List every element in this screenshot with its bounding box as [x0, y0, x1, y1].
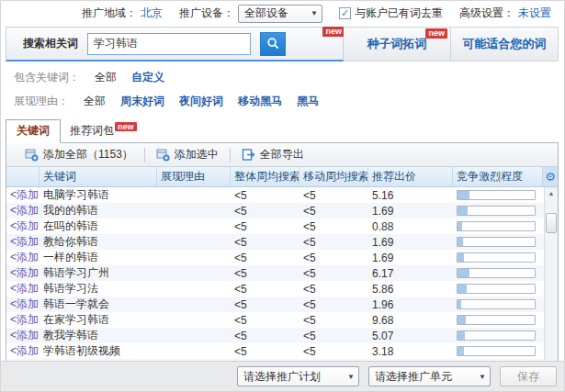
add-selected-icon: [156, 148, 170, 162]
bid-cell: 5.86: [368, 283, 453, 296]
suggest-tab-label: 可能适合您的词: [463, 36, 547, 52]
competition-bar: [457, 346, 536, 356]
keyword-cell: 学韩语初级视频: [40, 343, 157, 359]
competition-bar: [457, 315, 536, 325]
mobile-volume-cell: <5: [299, 345, 368, 358]
header-overall-volume[interactable]: 整体周均搜索量: [231, 167, 299, 186]
add-all-button[interactable]: 添加全部（1153）: [14, 143, 144, 166]
competition-bar: [457, 206, 536, 216]
bid-cell: 0.88: [368, 220, 453, 233]
footer-bar: 请选择推广计划 ▼ 请选择推广单元 ▼ 保存: [1, 361, 564, 391]
advanced-label: 高级设置：: [459, 6, 514, 21]
keyword-cell: 韩语学习法: [40, 281, 157, 297]
save-button[interactable]: 保存: [500, 366, 557, 386]
keyword-cell: 韩语一学就会: [40, 297, 157, 312]
tab-recommended-packages[interactable]: 推荐词包new: [61, 120, 140, 142]
add-keyword-link[interactable]: <添加: [10, 282, 39, 295]
export-all-button[interactable]: 全部导出: [231, 143, 315, 166]
package-tab-new-badge: new: [115, 122, 137, 131]
keyword-cell: 电脑学习韩语: [40, 187, 157, 203]
tab-keywords[interactable]: 关键词: [6, 119, 61, 143]
dedupe-label: 与账户已有词去重: [355, 6, 443, 21]
include-option-custom[interactable]: 自定义: [131, 70, 164, 85]
search-input[interactable]: [87, 33, 251, 55]
bid-cell: 6.17: [368, 267, 453, 280]
table-row: <添加 在家学习韩语 <5 <5 9.68: [6, 312, 558, 328]
add-keyword-link[interactable]: <添加: [10, 204, 39, 217]
include-option-all[interactable]: 全部: [95, 70, 117, 85]
search-icon: [266, 37, 280, 50]
add-keyword-link[interactable]: <添加: [10, 297, 39, 310]
add-all-label: 添加全部（1153）: [43, 147, 133, 162]
include-keyword-filter: 包含关键词： 全部 自定义: [14, 70, 564, 85]
unit-select[interactable]: 请选择推广单元 ▼: [368, 366, 491, 386]
table-header-row: 关键词 展现理由 整体周均搜索量 移动周均搜索量 推荐出价 竞争激烈程度 ⚙: [6, 167, 558, 187]
scrollbar-thumb[interactable]: [546, 213, 557, 233]
competition-bar: [457, 252, 536, 263]
reason-option-all[interactable]: 全部: [84, 94, 106, 109]
bid-cell: 1.69: [368, 236, 453, 249]
vertical-scrollbar[interactable]: ▲ ▼: [544, 187, 558, 379]
bid-cell: 1.69: [368, 252, 453, 264]
mobile-volume-cell: <5: [299, 298, 368, 311]
competition-bar: [457, 221, 536, 231]
plan-select[interactable]: 请选择推广计划 ▼: [237, 366, 359, 386]
device-select-value: 全部设备: [244, 6, 288, 21]
reason-option-weekend[interactable]: 周末好词: [120, 94, 164, 109]
add-keyword-link[interactable]: <添加: [10, 251, 39, 263]
chevron-down-icon: ▼: [311, 9, 318, 17]
advanced-value-link[interactable]: 未设置: [518, 6, 551, 21]
keyword-table: 关键词 展现理由 整体周均搜索量 移动周均搜索量 推荐出价 竞争激烈程度 ⚙ <…: [6, 167, 558, 379]
reason-option-darkhorse[interactable]: 黑马: [297, 94, 319, 109]
table-row: <添加 韩语学习广州 <5 <5 6.17: [6, 265, 558, 281]
competition-cell: [453, 206, 543, 216]
top-settings-bar: 推广地域： 北京 推广设备： 全部设备 ▼ ✓ 与账户已有词去重 高级设置： 未…: [1, 1, 564, 26]
tab-suggested-words[interactable]: 可能适合您的词: [451, 27, 559, 62]
header-suggested-bid[interactable]: 推荐出价: [368, 167, 453, 186]
competition-cell: [453, 237, 543, 247]
competition-cell: [453, 221, 543, 231]
add-keyword-link[interactable]: <添加: [10, 344, 39, 357]
region-value-link[interactable]: 北京: [141, 6, 163, 21]
search-related-tab: 搜索相关词 new: [6, 27, 344, 62]
overall-volume-cell: <5: [231, 220, 299, 233]
mobile-volume-cell: <5: [299, 205, 368, 218]
results-panel: 添加全部（1153） 添加选中 全部: [6, 142, 559, 380]
header-keyword[interactable]: 关键词: [40, 167, 157, 186]
package-tab-label: 推荐词包: [70, 124, 114, 137]
dedupe-checkbox[interactable]: ✓: [339, 7, 351, 19]
add-keyword-link[interactable]: <添加: [10, 235, 39, 248]
add-keyword-link[interactable]: <添加: [10, 266, 39, 279]
add-keyword-link[interactable]: <添加: [10, 329, 39, 342]
bid-cell: 1.96: [368, 298, 453, 311]
chevron-down-icon: ▼: [347, 373, 355, 381]
advanced-setting: 高级设置： 未设置: [459, 6, 551, 21]
add-keyword-link[interactable]: <添加: [10, 219, 39, 232]
mobile-volume-cell: <5: [299, 283, 368, 296]
search-new-badge: new: [322, 27, 345, 37]
overall-volume-cell: <5: [231, 345, 299, 358]
competition-bar: [457, 284, 536, 294]
table-row: <添加 电脑学习韩语 <5 <5 5.16: [6, 187, 558, 203]
header-competition[interactable]: 竞争激烈程度: [453, 167, 543, 186]
chevron-down-icon: ▼: [479, 373, 486, 381]
device-select[interactable]: 全部设备 ▼: [238, 5, 322, 23]
column-settings-button[interactable]: ⚙: [543, 167, 558, 186]
scroll-up-icon[interactable]: ▲: [545, 187, 558, 199]
overall-volume-cell: <5: [231, 236, 299, 249]
search-tabs-row: 搜索相关词 new 种子词拓词 new 可能适合您的词: [6, 27, 559, 62]
reason-option-mobile-darkhorse[interactable]: 移动黑马: [238, 94, 282, 109]
overall-volume-cell: <5: [231, 267, 299, 280]
header-mobile-volume[interactable]: 移动周均搜索量: [299, 167, 368, 186]
add-keyword-link[interactable]: <添加: [10, 188, 39, 201]
tab-seed-word-expand[interactable]: 种子词拓词 new: [344, 27, 451, 62]
reason-option-night[interactable]: 夜间好词: [179, 94, 223, 109]
overall-volume-cell: <5: [231, 252, 299, 264]
search-button[interactable]: [260, 32, 286, 56]
include-filter-label: 包含关键词：: [14, 70, 80, 85]
add-selected-button[interactable]: 添加选中: [145, 143, 230, 166]
add-keyword-link[interactable]: <添加: [10, 313, 39, 326]
competition-cell: [453, 299, 543, 309]
header-reason[interactable]: 展现理由: [157, 167, 231, 186]
overall-volume-cell: <5: [231, 189, 299, 202]
